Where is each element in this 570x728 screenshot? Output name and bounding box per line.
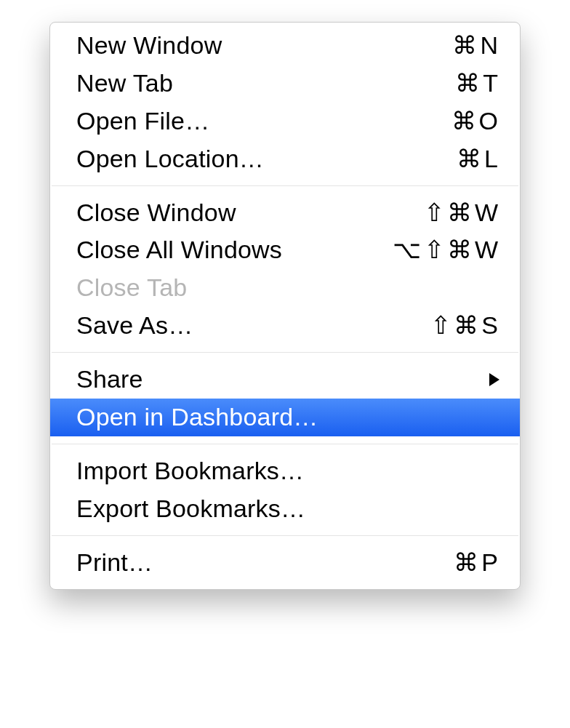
menu-item-open-location[interactable]: Open Location… ⌘L	[50, 140, 520, 178]
menu-item-label: New Window	[76, 29, 222, 63]
menu-item-shortcut: ⌘N	[452, 29, 501, 63]
menu-item-close-window[interactable]: Close Window ⇧⌘W	[50, 194, 520, 232]
menu-item-label: Save As…	[76, 309, 193, 343]
menu-item-label: Close Tab	[76, 271, 187, 305]
menu-item-open-in-dashboard[interactable]: Open in Dashboard…	[50, 399, 520, 436]
menu-item-label: New Tab	[76, 67, 173, 100]
menu-item-import-bookmarks[interactable]: Import Bookmarks…	[50, 452, 520, 490]
menu-item-label: Open in Dashboard…	[76, 401, 318, 434]
menu-item-new-window[interactable]: New Window ⌘N	[50, 27, 520, 65]
menu-item-label: Open Location…	[76, 143, 264, 176]
menu-item-shortcut: ⌘T	[455, 67, 501, 100]
menu-item-shortcut: ⌘O	[451, 105, 501, 138]
menu-item-label: Close Window	[76, 196, 236, 230]
menu-item-label: Share	[76, 363, 143, 396]
menu-item-label: Export Bookmarks…	[76, 492, 305, 526]
menu-item-save-as[interactable]: Save As… ⇧⌘S	[50, 307, 520, 345]
menu-item-label: Import Bookmarks…	[76, 455, 304, 488]
menu-item-share[interactable]: Share	[50, 361, 520, 399]
menu-separator	[52, 352, 518, 353]
menu-item-new-tab[interactable]: New Tab ⌘T	[50, 65, 520, 103]
menu-separator	[52, 185, 518, 187]
menu-item-shortcut: ⇧⌘S	[430, 309, 501, 343]
file-menu: New Window ⌘N New Tab ⌘T Open File… ⌘O O…	[49, 22, 521, 590]
menu-item-print[interactable]: Print… ⌘P	[50, 544, 520, 582]
menu-item-close-tab: Close Tab	[50, 269, 520, 307]
menu-item-shortcut: ⌘P	[454, 546, 501, 580]
svg-marker-0	[489, 373, 499, 386]
menu-item-shortcut: ⌘L	[457, 143, 501, 176]
menu-item-label: Open File…	[76, 105, 209, 138]
menu-item-export-bookmarks[interactable]: Export Bookmarks…	[50, 490, 520, 528]
menu-item-label: Close All Windows	[76, 233, 282, 267]
menu-item-shortcut: ⇧⌘W	[424, 196, 501, 230]
menu-item-close-all-windows[interactable]: Close All Windows ⌥⇧⌘W	[50, 231, 520, 269]
menu-item-label: Print…	[76, 546, 153, 580]
menu-item-open-file[interactable]: Open File… ⌘O	[50, 103, 520, 140]
submenu-arrow-icon	[488, 372, 501, 388]
menu-separator	[52, 535, 518, 537]
menu-separator	[52, 444, 518, 445]
menu-item-shortcut: ⌥⇧⌘W	[393, 233, 501, 267]
